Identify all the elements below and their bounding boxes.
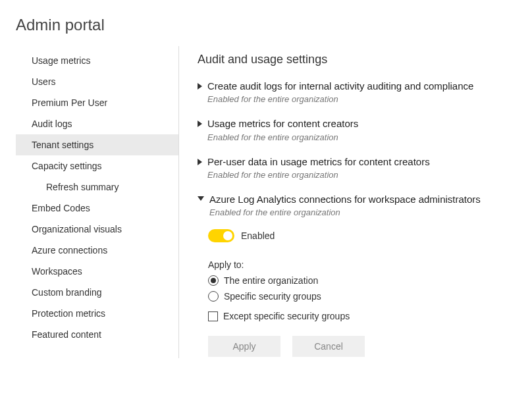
cancel-button[interactable]: Cancel (292, 336, 365, 357)
checkbox-label: Except specific security groups (223, 311, 350, 321)
setting-status: Enabled for the entire organization (209, 207, 532, 217)
expand-icon[interactable] (198, 121, 202, 127)
radio-entire-org[interactable]: The entire organization (208, 275, 532, 286)
sidebar-item-protection-metrics[interactable]: Protection metrics (16, 303, 178, 324)
apply-button[interactable]: Apply (208, 336, 280, 357)
sidebar-item-label: Tenant settings (32, 140, 93, 150)
sidebar-item-label: Protection metrics (32, 308, 105, 319)
setting-status: Enabled for the entire organization (207, 132, 532, 142)
expand-icon[interactable] (198, 83, 202, 90)
checkbox-icon (208, 311, 218, 321)
sidebar-item-audit-logs[interactable]: Audit logs (16, 113, 178, 134)
apply-to-label: Apply to: (208, 259, 532, 270)
sidebar: Usage metrics Users Premium Per User Aud… (16, 46, 179, 358)
setting-title: Per-user data in usage metrics for conte… (207, 155, 532, 169)
radio-icon (208, 291, 219, 302)
setting-title: Azure Log Analytics connections for work… (209, 193, 532, 206)
sidebar-item-label: Embed Codes (32, 203, 90, 213)
sidebar-item-featured-content[interactable]: Featured content (16, 324, 178, 345)
sidebar-item-label: Users (32, 76, 56, 87)
radio-label: Specific security groups (224, 291, 321, 302)
main-layout: Usage metrics Users Premium Per User Aud… (0, 46, 532, 358)
collapse-icon[interactable] (198, 196, 204, 201)
sidebar-item-label: Premium Per User (32, 97, 107, 108)
sidebar-item-azure-connections[interactable]: Azure connections (16, 240, 178, 261)
enabled-toggle[interactable] (208, 229, 234, 242)
sidebar-item-tenant-settings[interactable]: Tenant settings (16, 134, 178, 155)
setting-body: Usage metrics for content creators Enabl… (207, 117, 532, 142)
toggle-label: Enabled (241, 230, 275, 241)
sidebar-item-premium-per-user[interactable]: Premium Per User (16, 92, 178, 113)
enabled-toggle-row: Enabled (208, 229, 532, 242)
setting-audit-logs[interactable]: Create audit logs for internal activity … (198, 80, 532, 104)
radio-icon (208, 275, 219, 286)
sidebar-item-label: Featured content (32, 329, 101, 340)
sidebar-item-label: Custom branding (32, 287, 102, 298)
setting-status: Enabled for the entire organization (207, 170, 532, 180)
sidebar-item-usage-metrics[interactable]: Usage metrics (16, 50, 178, 71)
sidebar-item-label: Workspaces (32, 266, 82, 277)
sidebar-item-label: Audit logs (32, 119, 72, 129)
section-heading: Audit and usage settings (198, 53, 532, 67)
content: Audit and usage settings Create audit lo… (179, 46, 532, 358)
sidebar-item-capacity-settings[interactable]: Capacity settings (16, 155, 178, 176)
sidebar-item-organizational-visuals[interactable]: Organizational visuals (16, 219, 178, 240)
sidebar-subitem-refresh-summary[interactable]: Refresh summary (16, 176, 178, 198)
sidebar-item-users[interactable]: Users (16, 71, 178, 92)
setting-azure-log-analytics[interactable]: Azure Log Analytics connections for work… (198, 193, 532, 217)
sidebar-item-workspaces[interactable]: Workspaces (16, 261, 178, 282)
sidebar-item-label: Refresh summary (46, 182, 119, 192)
setting-body: Azure Log Analytics connections for work… (209, 193, 532, 217)
sidebar-item-embed-codes[interactable]: Embed Codes (16, 198, 178, 219)
setting-usage-metrics-creators[interactable]: Usage metrics for content creators Enabl… (198, 117, 532, 142)
setting-title: Usage metrics for content creators (207, 117, 532, 130)
sidebar-item-label: Usage metrics (32, 55, 90, 66)
setting-body: Create audit logs for internal activity … (207, 80, 532, 104)
expanded-setting-panel: Enabled Apply to: The entire organizatio… (198, 229, 532, 357)
radio-specific-groups[interactable]: Specific security groups (208, 291, 532, 302)
setting-per-user-data[interactable]: Per-user data in usage metrics for conte… (198, 155, 532, 180)
setting-status: Enabled for the entire organization (207, 94, 532, 104)
sidebar-item-label: Azure connections (32, 245, 107, 255)
radio-label: The entire organization (224, 275, 318, 286)
button-row: Apply Cancel (208, 336, 532, 357)
checkbox-except-groups[interactable]: Except specific security groups (208, 311, 532, 321)
expand-icon[interactable] (198, 159, 202, 165)
page-title: Admin portal (0, 0, 532, 46)
sidebar-item-custom-branding[interactable]: Custom branding (16, 282, 178, 303)
sidebar-item-label: Organizational visuals (32, 224, 122, 234)
setting-body: Per-user data in usage metrics for conte… (207, 155, 532, 180)
setting-title: Create audit logs for internal activity … (207, 80, 532, 93)
toggle-knob-icon (223, 231, 232, 240)
sidebar-item-label: Capacity settings (32, 161, 102, 171)
